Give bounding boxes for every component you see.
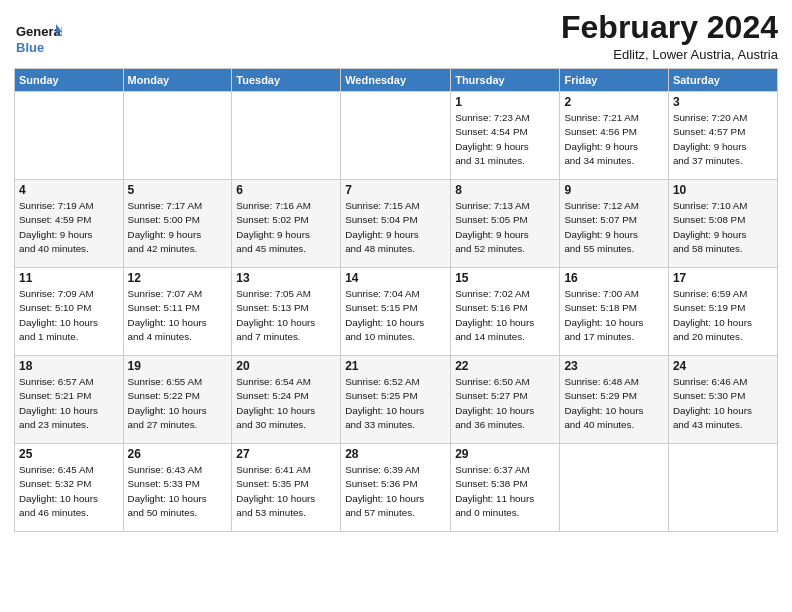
calendar-cell: 26Sunrise: 6:43 AMSunset: 5:33 PMDayligh… — [123, 444, 232, 532]
calendar-cell: 7Sunrise: 7:15 AMSunset: 5:04 PMDaylight… — [341, 180, 451, 268]
day-number: 11 — [19, 271, 119, 285]
day-info: Sunrise: 7:02 AMSunset: 5:16 PMDaylight:… — [455, 287, 555, 344]
calendar-cell: 23Sunrise: 6:48 AMSunset: 5:29 PMDayligh… — [560, 356, 668, 444]
calendar-cell: 22Sunrise: 6:50 AMSunset: 5:27 PMDayligh… — [451, 356, 560, 444]
calendar-cell: 13Sunrise: 7:05 AMSunset: 5:13 PMDayligh… — [232, 268, 341, 356]
day-info: Sunrise: 6:57 AMSunset: 5:21 PMDaylight:… — [19, 375, 119, 432]
calendar-week-3: 11Sunrise: 7:09 AMSunset: 5:10 PMDayligh… — [15, 268, 778, 356]
calendar-header-row: SundayMondayTuesdayWednesdayThursdayFrid… — [15, 69, 778, 92]
calendar-table: SundayMondayTuesdayWednesdayThursdayFrid… — [14, 68, 778, 532]
calendar-cell — [560, 444, 668, 532]
day-number: 27 — [236, 447, 336, 461]
calendar-cell — [232, 92, 341, 180]
calendar-cell — [123, 92, 232, 180]
calendar-header-tuesday: Tuesday — [232, 69, 341, 92]
day-number: 15 — [455, 271, 555, 285]
day-info: Sunrise: 6:59 AMSunset: 5:19 PMDaylight:… — [673, 287, 773, 344]
page-container: General Blue February 2024 Edlitz, Lower… — [0, 0, 792, 538]
day-number: 6 — [236, 183, 336, 197]
calendar-cell: 24Sunrise: 6:46 AMSunset: 5:30 PMDayligh… — [668, 356, 777, 444]
day-number: 20 — [236, 359, 336, 373]
calendar-cell: 6Sunrise: 7:16 AMSunset: 5:02 PMDaylight… — [232, 180, 341, 268]
calendar-cell: 9Sunrise: 7:12 AMSunset: 5:07 PMDaylight… — [560, 180, 668, 268]
day-info: Sunrise: 6:41 AMSunset: 5:35 PMDaylight:… — [236, 463, 336, 520]
calendar-header-monday: Monday — [123, 69, 232, 92]
day-number: 17 — [673, 271, 773, 285]
day-info: Sunrise: 7:15 AMSunset: 5:04 PMDaylight:… — [345, 199, 446, 256]
calendar-cell: 4Sunrise: 7:19 AMSunset: 4:59 PMDaylight… — [15, 180, 124, 268]
logo: General Blue — [14, 14, 62, 62]
day-info: Sunrise: 7:20 AMSunset: 4:57 PMDaylight:… — [673, 111, 773, 168]
calendar-cell: 21Sunrise: 6:52 AMSunset: 5:25 PMDayligh… — [341, 356, 451, 444]
day-number: 23 — [564, 359, 663, 373]
day-info: Sunrise: 7:16 AMSunset: 5:02 PMDaylight:… — [236, 199, 336, 256]
calendar-cell: 16Sunrise: 7:00 AMSunset: 5:18 PMDayligh… — [560, 268, 668, 356]
day-number: 12 — [128, 271, 228, 285]
calendar-week-5: 25Sunrise: 6:45 AMSunset: 5:32 PMDayligh… — [15, 444, 778, 532]
day-info: Sunrise: 7:23 AMSunset: 4:54 PMDaylight:… — [455, 111, 555, 168]
calendar-cell: 28Sunrise: 6:39 AMSunset: 5:36 PMDayligh… — [341, 444, 451, 532]
calendar-header-wednesday: Wednesday — [341, 69, 451, 92]
header: General Blue February 2024 Edlitz, Lower… — [14, 10, 778, 62]
day-info: Sunrise: 6:37 AMSunset: 5:38 PMDaylight:… — [455, 463, 555, 520]
day-number: 26 — [128, 447, 228, 461]
subtitle: Edlitz, Lower Austria, Austria — [561, 47, 778, 62]
day-number: 4 — [19, 183, 119, 197]
calendar-cell: 12Sunrise: 7:07 AMSunset: 5:11 PMDayligh… — [123, 268, 232, 356]
day-number: 3 — [673, 95, 773, 109]
calendar-cell: 1Sunrise: 7:23 AMSunset: 4:54 PMDaylight… — [451, 92, 560, 180]
calendar-cell: 3Sunrise: 7:20 AMSunset: 4:57 PMDaylight… — [668, 92, 777, 180]
calendar-cell: 8Sunrise: 7:13 AMSunset: 5:05 PMDaylight… — [451, 180, 560, 268]
calendar-header-saturday: Saturday — [668, 69, 777, 92]
day-number: 24 — [673, 359, 773, 373]
day-number: 10 — [673, 183, 773, 197]
calendar-cell: 29Sunrise: 6:37 AMSunset: 5:38 PMDayligh… — [451, 444, 560, 532]
day-info: Sunrise: 6:43 AMSunset: 5:33 PMDaylight:… — [128, 463, 228, 520]
calendar-week-4: 18Sunrise: 6:57 AMSunset: 5:21 PMDayligh… — [15, 356, 778, 444]
day-number: 22 — [455, 359, 555, 373]
calendar-cell — [341, 92, 451, 180]
day-number: 29 — [455, 447, 555, 461]
title-block: February 2024 Edlitz, Lower Austria, Aus… — [561, 10, 778, 62]
main-title: February 2024 — [561, 10, 778, 45]
day-info: Sunrise: 7:19 AMSunset: 4:59 PMDaylight:… — [19, 199, 119, 256]
day-number: 16 — [564, 271, 663, 285]
day-number: 19 — [128, 359, 228, 373]
calendar-cell: 20Sunrise: 6:54 AMSunset: 5:24 PMDayligh… — [232, 356, 341, 444]
day-info: Sunrise: 7:21 AMSunset: 4:56 PMDaylight:… — [564, 111, 663, 168]
day-info: Sunrise: 6:39 AMSunset: 5:36 PMDaylight:… — [345, 463, 446, 520]
calendar-cell: 15Sunrise: 7:02 AMSunset: 5:16 PMDayligh… — [451, 268, 560, 356]
calendar-cell: 18Sunrise: 6:57 AMSunset: 5:21 PMDayligh… — [15, 356, 124, 444]
day-info: Sunrise: 7:00 AMSunset: 5:18 PMDaylight:… — [564, 287, 663, 344]
day-number: 13 — [236, 271, 336, 285]
day-info: Sunrise: 6:48 AMSunset: 5:29 PMDaylight:… — [564, 375, 663, 432]
logo-icon: General Blue — [14, 14, 62, 62]
day-info: Sunrise: 6:54 AMSunset: 5:24 PMDaylight:… — [236, 375, 336, 432]
calendar-cell: 27Sunrise: 6:41 AMSunset: 5:35 PMDayligh… — [232, 444, 341, 532]
day-info: Sunrise: 7:13 AMSunset: 5:05 PMDaylight:… — [455, 199, 555, 256]
day-number: 18 — [19, 359, 119, 373]
svg-text:General: General — [16, 24, 62, 39]
calendar-cell: 5Sunrise: 7:17 AMSunset: 5:00 PMDaylight… — [123, 180, 232, 268]
day-info: Sunrise: 6:52 AMSunset: 5:25 PMDaylight:… — [345, 375, 446, 432]
day-info: Sunrise: 6:45 AMSunset: 5:32 PMDaylight:… — [19, 463, 119, 520]
day-number: 5 — [128, 183, 228, 197]
day-info: Sunrise: 6:46 AMSunset: 5:30 PMDaylight:… — [673, 375, 773, 432]
calendar-cell — [15, 92, 124, 180]
calendar-header-sunday: Sunday — [15, 69, 124, 92]
day-info: Sunrise: 6:50 AMSunset: 5:27 PMDaylight:… — [455, 375, 555, 432]
calendar-cell: 19Sunrise: 6:55 AMSunset: 5:22 PMDayligh… — [123, 356, 232, 444]
calendar-week-1: 1Sunrise: 7:23 AMSunset: 4:54 PMDaylight… — [15, 92, 778, 180]
day-number: 25 — [19, 447, 119, 461]
day-number: 1 — [455, 95, 555, 109]
calendar-cell — [668, 444, 777, 532]
day-info: Sunrise: 7:17 AMSunset: 5:00 PMDaylight:… — [128, 199, 228, 256]
day-info: Sunrise: 7:05 AMSunset: 5:13 PMDaylight:… — [236, 287, 336, 344]
calendar-week-2: 4Sunrise: 7:19 AMSunset: 4:59 PMDaylight… — [15, 180, 778, 268]
calendar-cell: 10Sunrise: 7:10 AMSunset: 5:08 PMDayligh… — [668, 180, 777, 268]
day-number: 8 — [455, 183, 555, 197]
calendar-header-friday: Friday — [560, 69, 668, 92]
svg-text:Blue: Blue — [16, 40, 44, 55]
day-number: 14 — [345, 271, 446, 285]
day-info: Sunrise: 7:12 AMSunset: 5:07 PMDaylight:… — [564, 199, 663, 256]
